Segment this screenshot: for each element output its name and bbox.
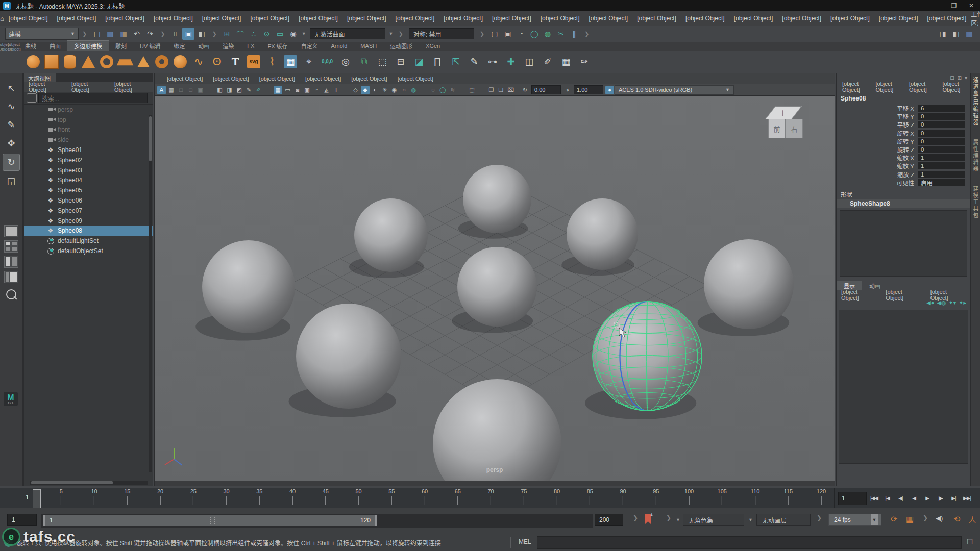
render-frame-icon[interactable]: ▣ [502, 28, 514, 40]
playback-range-bar[interactable]: 1 120 [43, 515, 377, 526]
sculpt-sphere-icon[interactable] [172, 53, 189, 70]
sep2[interactable] [264, 86, 273, 94]
safe-title-icon[interactable]: T [332, 86, 340, 94]
scale-tool[interactable]: ◱ [3, 173, 19, 189]
sep3[interactable] [341, 86, 350, 94]
selection-highlight-icon[interactable]: ⬚ [468, 86, 476, 94]
range-drag-grip[interactable] [210, 517, 215, 524]
menu-item[interactable]: [object Object] [198, 15, 246, 22]
menu-item[interactable]: [object Object] [632, 15, 681, 22]
go-to-end-button[interactable]: ▶▶| [961, 491, 973, 505]
sphere[interactable] [457, 247, 537, 327]
chevron-down-icon[interactable]: ▼ [389, 31, 394, 36]
sidebar-vertical-tab[interactable]: 属性编辑器 [971, 139, 979, 172]
image-plane-icon[interactable]: ▣ [196, 86, 205, 94]
shape-node-name[interactable]: SpheeShape8 [837, 199, 970, 208]
make-live-icon[interactable]: ◉ [287, 28, 300, 40]
group-divider[interactable]: ❯ [399, 31, 403, 37]
outliner-horizontal-scrollbar[interactable] [30, 481, 148, 485]
fps-selector[interactable]: 24 fps ▼ [828, 514, 881, 526]
group-divider[interactable]: ❯ [584, 31, 589, 37]
clamp-playback-icon[interactable]: ▦ [906, 514, 914, 524]
sphere[interactable] [433, 379, 561, 481]
menu-item[interactable]: [object Object] [923, 15, 971, 22]
new-empty-layer-icon[interactable]: ✦▾ [949, 299, 957, 309]
attribute-value-field[interactable]: 启用 [918, 179, 965, 186]
snap-projected-center-icon[interactable]: ⊙ [261, 28, 273, 40]
view-cube-front-face[interactable]: 前 [768, 119, 786, 138]
chevron-down-icon[interactable]: ▼ [676, 517, 680, 522]
poly-remesh-icon[interactable]: ▦ [282, 53, 299, 70]
shelf-tab[interactable]: 曲面 [43, 41, 67, 51]
outliner-vertical-scrollbar[interactable] [149, 115, 152, 472]
step-forward-key-button[interactable]: ▶| [947, 491, 960, 505]
attribute-value-field[interactable]: 0 [918, 113, 965, 120]
shelf-tab[interactable]: 多边形建模 [67, 40, 109, 51]
tear-off-copy-icon[interactable]: ◩ [235, 86, 243, 94]
occlusion-icon[interactable]: ○ [400, 86, 408, 94]
launch-app-icon[interactable]: ✂ [555, 28, 567, 40]
attribute-value-field[interactable]: 1 [918, 154, 965, 161]
sep1[interactable] [206, 86, 214, 94]
new-scene-icon[interactable]: ▤ [91, 28, 103, 40]
mel-label[interactable]: MEL [519, 538, 531, 545]
gate-mask-icon[interactable]: ▣ [303, 86, 311, 94]
symmetry-field[interactable]: 对称: 禁用 [409, 28, 474, 39]
outliner-item[interactable]: ❖ Sphee09 [24, 216, 153, 226]
viewport-menu-item[interactable]: [object Object] [162, 76, 208, 82]
menu-item[interactable]: [object Object] [874, 15, 923, 22]
extrude-icon[interactable]: ⇱ [447, 53, 464, 70]
select-camera-icon[interactable]: A [157, 86, 166, 94]
outliner-item[interactable]: ❖ front [24, 125, 153, 135]
pen-icon[interactable]: ✑ [576, 53, 593, 70]
animation-end-field[interactable]: 200 [595, 514, 623, 526]
filter-icon[interactable] [27, 93, 37, 103]
menu-item[interactable]: [object Object] [294, 15, 342, 22]
paint-select-tool[interactable]: ✎ [3, 117, 19, 133]
auto-keyframe-icon[interactable]: ⟲ [953, 514, 960, 524]
toggle-attribute-editor-icon[interactable]: ◨ [937, 28, 949, 40]
attribute-value-field[interactable]: 1 [918, 171, 965, 178]
sweep-mesh-icon[interactable]: ⌇ [263, 53, 281, 70]
type-tool-icon[interactable]: T [227, 53, 244, 70]
sphere[interactable] [354, 198, 428, 272]
view-transform-selector[interactable]: ACES 1.0 SDR-video (sRGB) ▼ [615, 85, 734, 95]
knife-icon[interactable]: ✐ [539, 53, 556, 70]
shelf-menu-icon[interactable]: [object Object] [11, 44, 17, 50]
shelf-tab[interactable]: Arnold [325, 42, 354, 50]
animation-layer-selector[interactable]: 无动画层 [756, 514, 811, 526]
previous-view-icon[interactable]: ◧ [215, 86, 224, 94]
outliner-item[interactable]: ❖ Sphee03 [24, 165, 153, 176]
new-layer-selected-icon[interactable]: ✦▸ [959, 299, 966, 309]
lattice-icon[interactable]: ▦ [557, 53, 575, 70]
sphere-selected[interactable] [593, 302, 702, 411]
motion-blur-icon[interactable]: ◍ [409, 86, 418, 94]
menu-item[interactable]: [object Object] [826, 15, 874, 22]
channel-box-menu-item[interactable]: [object Object] [870, 81, 904, 93]
menu-item[interactable]: [object Object] [536, 15, 584, 22]
menu-item[interactable]: [object Object] [246, 15, 294, 22]
pause-icon[interactable]: ∥ [568, 28, 580, 40]
sphere[interactable] [704, 239, 794, 329]
outliner-item[interactable]: ❖ side [24, 135, 153, 145]
poly-plane-icon[interactable] [116, 53, 134, 70]
channel-box-menu-item[interactable]: [object Object] [937, 81, 971, 93]
group-divider[interactable]: ❯ [160, 31, 165, 37]
helix-icon[interactable]: ʘ [208, 53, 226, 70]
separate-icon[interactable]: ⬚ [374, 53, 391, 70]
sidebar-vertical-tab[interactable]: 通道盒/层编辑器 [971, 77, 979, 126]
grid-toggle-icon[interactable]: ▦ [274, 86, 282, 94]
viewport-menu-item[interactable]: [object Object] [393, 76, 438, 82]
outliner-item[interactable]: ❖ persp [24, 105, 153, 115]
shelf-tab[interactable]: UV 编辑 [133, 41, 167, 51]
wireframe-icon[interactable]: ◇ [351, 86, 360, 94]
outliner-item[interactable]: ❖ Sphee02 [24, 155, 153, 165]
bridge-icon[interactable]: ∏ [429, 53, 446, 70]
sep5[interactable] [458, 86, 467, 94]
view-transform-icon[interactable]: ● [605, 86, 614, 94]
ipr-render-icon[interactable]: ◔ [515, 28, 527, 40]
combine-icon[interactable]: ⧉ [355, 53, 373, 70]
mel-command-input[interactable] [537, 536, 962, 549]
viewport-canvas[interactable]: 上 前 右 persp [155, 96, 835, 481]
gamma-field[interactable]: 1.00 [574, 85, 603, 94]
